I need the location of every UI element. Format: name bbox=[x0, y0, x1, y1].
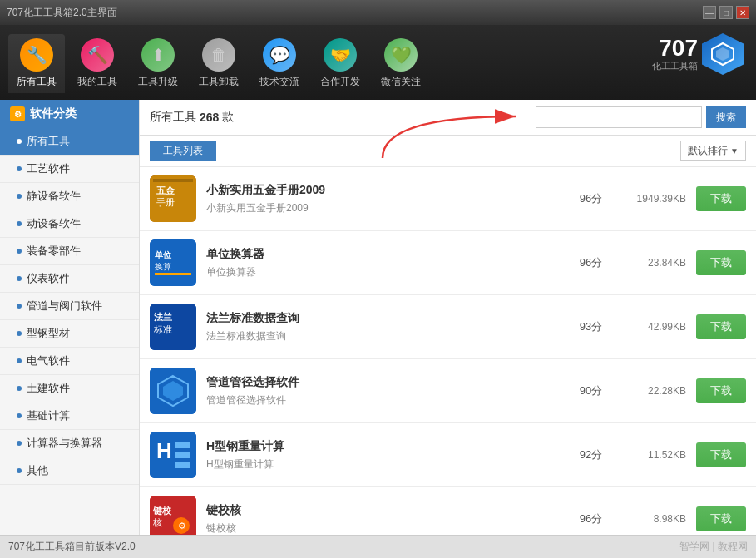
nav-label-wechat: 微信关注 bbox=[381, 75, 421, 89]
tool-score: 96分 bbox=[572, 191, 610, 206]
tool-size: 22.28KB bbox=[620, 385, 686, 397]
tool-info: 单位换算器 单位换算器 bbox=[206, 247, 562, 279]
svg-text:手册: 手册 bbox=[156, 197, 175, 207]
sidebar-item-other[interactable]: 其他 bbox=[0, 457, 139, 485]
tool-size: 1949.39KB bbox=[620, 193, 686, 205]
sidebar-item-dynamic[interactable]: 动设备软件 bbox=[0, 210, 139, 238]
tool-name: H型钢重量计算 bbox=[206, 439, 562, 454]
nav-label-my: 我的工具 bbox=[77, 75, 117, 89]
sidebar-item-calc[interactable]: 计算器与换算器 bbox=[0, 430, 139, 457]
sort-label: 默认排行 bbox=[688, 144, 728, 158]
tool-icon-wujin: 五金 手册 bbox=[150, 175, 196, 222]
sidebar-dot bbox=[17, 166, 22, 171]
sidebar-item-craft[interactable]: 工艺软件 bbox=[0, 156, 139, 183]
tool-size: 11.52KB bbox=[620, 449, 686, 461]
main: ⚙ 软件分类 所有工具 工艺软件 静设备软件 动设备软件 装备零部件 仪表软件 bbox=[0, 100, 756, 535]
logo-icon bbox=[702, 33, 744, 75]
tool-icon-jianjiao: 键校 核 ⚙ bbox=[150, 496, 196, 535]
sidebar-dot bbox=[17, 358, 22, 363]
svg-text:键校: 键校 bbox=[152, 506, 172, 516]
sidebar-item-parts[interactable]: 装备零部件 bbox=[0, 238, 139, 265]
tool-item: H H型钢重量计算 H型钢重量计算 92分 11.52KB 下载 bbox=[140, 423, 756, 487]
all-tools-icon: 🔧 bbox=[20, 38, 53, 72]
download-button[interactable]: 下载 bbox=[696, 378, 746, 403]
sidebar-label-dynamic: 动设备软件 bbox=[27, 216, 81, 231]
sidebar-item-basic[interactable]: 基础计算 bbox=[0, 402, 139, 430]
status-text: 707化工工具箱目前版本V2.0 bbox=[8, 540, 136, 554]
logo-number: 707 bbox=[652, 37, 698, 60]
svg-rect-18 bbox=[175, 442, 190, 448]
sidebar-item-civil[interactable]: 土建软件 bbox=[0, 375, 139, 402]
sidebar-label-craft: 工艺软件 bbox=[27, 161, 70, 176]
sidebar-item-electric[interactable]: 电气软件 bbox=[0, 348, 139, 375]
tool-size: 8.98KB bbox=[620, 513, 686, 525]
tool-score: 92分 bbox=[572, 447, 610, 462]
search-button[interactable]: 搜索 bbox=[706, 106, 746, 128]
download-button[interactable]: 下载 bbox=[696, 186, 746, 211]
sidebar-item-static[interactable]: 静设备软件 bbox=[0, 183, 139, 210]
svg-text:单位: 单位 bbox=[155, 250, 172, 259]
sidebar-title: 软件分类 bbox=[30, 106, 77, 121]
svg-rect-9 bbox=[155, 273, 191, 275]
nav-item-my[interactable]: 🔨 我的工具 bbox=[69, 34, 126, 93]
sidebar-label-steel: 型钢型材 bbox=[27, 326, 70, 341]
sidebar-dot bbox=[17, 276, 22, 281]
minimize-button[interactable]: — bbox=[703, 6, 716, 19]
tool-size: 42.99KB bbox=[620, 321, 686, 333]
tool-list: 五金 手册 小新实用五金手册2009 小新实用五金手册2009 96分 1949… bbox=[140, 167, 756, 535]
nav-item-wechat[interactable]: 💚 微信关注 bbox=[373, 34, 429, 93]
wechat-icon: 💚 bbox=[384, 38, 418, 72]
sidebar-dot bbox=[17, 221, 22, 226]
nav-item-tech[interactable]: 💬 技术交流 bbox=[251, 34, 308, 93]
search-input[interactable] bbox=[536, 106, 702, 128]
sidebar-header-icon: ⚙ bbox=[10, 106, 25, 121]
sidebar-item-instrument[interactable]: 仪表软件 bbox=[0, 265, 139, 293]
svg-rect-19 bbox=[175, 452, 190, 458]
tool-name: 小新实用五金手册2009 bbox=[206, 183, 562, 198]
svg-text:核: 核 bbox=[152, 517, 162, 527]
close-button[interactable]: ✕ bbox=[736, 6, 749, 19]
svg-rect-5 bbox=[153, 179, 193, 182]
tool-score: 96分 bbox=[572, 511, 610, 526]
nav-label-upgrade: 工具升级 bbox=[138, 75, 178, 89]
sidebar-dot bbox=[17, 194, 22, 199]
svg-text:⚙: ⚙ bbox=[178, 521, 186, 531]
download-button[interactable]: 下载 bbox=[696, 314, 746, 339]
tool-list-tab[interactable]: 工具列表 bbox=[150, 141, 216, 161]
sidebar-label-calc: 计算器与换算器 bbox=[27, 436, 102, 451]
logo-subtitle: 化工工具箱 bbox=[652, 60, 698, 72]
nav-item-upgrade[interactable]: ⬆ 工具升级 bbox=[130, 34, 186, 93]
tool-desc: 管道管径选择软件 bbox=[206, 393, 562, 407]
download-button[interactable]: 下载 bbox=[696, 506, 746, 531]
download-button[interactable]: 下载 bbox=[696, 250, 746, 275]
tool-icon-guandao bbox=[150, 368, 196, 414]
sidebar-label-electric: 电气软件 bbox=[27, 353, 70, 368]
nav-item-uninstall[interactable]: 🗑 工具卸载 bbox=[190, 34, 247, 93]
sidebar-dot bbox=[17, 249, 22, 254]
download-button[interactable]: 下载 bbox=[696, 442, 746, 467]
sidebar-dot bbox=[17, 441, 22, 446]
nav-item-all[interactable]: 🔧 所有工具 bbox=[8, 34, 65, 93]
sidebar-item-pipe[interactable]: 管道与阀门软件 bbox=[0, 293, 139, 320]
sort-dropdown[interactable]: 默认排行 ▼ bbox=[680, 141, 746, 161]
tool-name: 法兰标准数据查询 bbox=[206, 311, 562, 326]
tool-item: 键校 核 ⚙ 键校核 键校核 96分 8.98KB 下载 bbox=[140, 487, 756, 535]
sidebar-dot bbox=[17, 331, 22, 336]
sidebar-label-static: 静设备软件 bbox=[27, 189, 81, 204]
tech-icon: 💬 bbox=[263, 38, 296, 72]
tool-desc: 法兰标准数据查询 bbox=[206, 329, 562, 343]
svg-rect-20 bbox=[175, 462, 190, 468]
upgrade-icon: ⬆ bbox=[141, 38, 175, 72]
maximize-button[interactable]: □ bbox=[719, 6, 733, 19]
my-tools-icon: 🔨 bbox=[81, 38, 114, 72]
tool-info: 法兰标准数据查询 法兰标准数据查询 bbox=[206, 311, 562, 343]
tool-desc: 小新实用五金手册2009 bbox=[206, 201, 562, 215]
tool-icon-falan: 法兰 标准 bbox=[150, 304, 196, 350]
title-bar-controls: — □ ✕ bbox=[703, 6, 749, 19]
tool-name: 管道管径选择软件 bbox=[206, 375, 562, 390]
sidebar-item-all[interactable]: 所有工具 bbox=[0, 128, 139, 156]
uninstall-icon: 🗑 bbox=[202, 38, 235, 72]
nav-item-collab[interactable]: 🤝 合作开发 bbox=[312, 34, 368, 93]
sidebar-item-steel[interactable]: 型钢型材 bbox=[0, 320, 139, 348]
svg-marker-1 bbox=[716, 47, 729, 61]
